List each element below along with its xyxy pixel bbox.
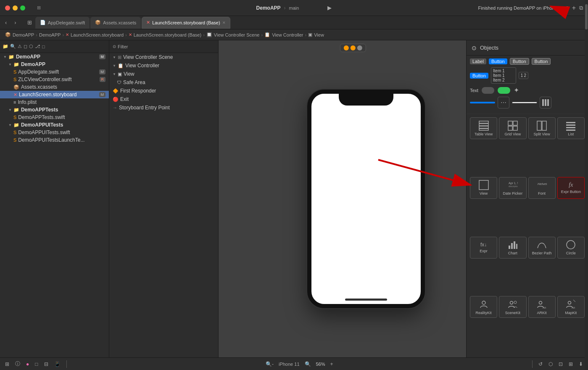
toolbar-frame-btn[interactable]: □: [33, 360, 40, 368]
close-button[interactable]: [5, 5, 10, 11]
zoom-level: 56%: [316, 362, 325, 367]
nav-forward-button[interactable]: ›: [11, 18, 19, 27]
obj-item-ar2[interactable]: AR MapKit: [557, 296, 585, 318]
zoom-plus-btn[interactable]: +: [329, 360, 335, 368]
nav-back-button[interactable]: ‹: [2, 18, 10, 27]
obj-item-user[interactable]: RealityKit: [470, 296, 497, 318]
scene-view[interactable]: ▼ ▣ View: [109, 70, 218, 78]
sidebar-item-appdelegate[interactable]: S AppDelegate.swift M: [0, 68, 109, 76]
navigator-toggle[interactable]: ⊞: [25, 19, 34, 26]
obj-item-bezier[interactable]: Bezier Path: [528, 237, 556, 259]
obj-item-chart[interactable]: Chart: [499, 237, 526, 259]
app-name-label: DemoAPP: [256, 5, 281, 11]
maximize-button[interactable]: [20, 5, 25, 11]
scene-vc[interactable]: ▼ 📋 View Controller: [109, 61, 218, 70]
toolbar-pink-btn[interactable]: ●: [24, 360, 31, 368]
sidebar-search-icon[interactable]: 🔍: [10, 44, 16, 49]
toolbar-rect-btn[interactable]: ⊡: [557, 360, 564, 368]
sidebar-item-demoapp[interactable]: ▼ 📁 DemoAPP: [0, 61, 109, 68]
expand-icon: ▼: [113, 64, 116, 68]
bc-demoapp2[interactable]: DemoAPP: [39, 32, 61, 37]
obj-item-split[interactable]: Split View: [528, 117, 556, 139]
toolbar-download-btn[interactable]: ⬇: [577, 360, 585, 368]
sidebar-git-icon[interactable]: ⎇: [35, 44, 40, 49]
obj-item-square[interactable]: View: [470, 177, 497, 199]
sidebar-item-tests-swift[interactable]: S DemoAPPTests.swift: [0, 114, 109, 121]
svg-rect-10: [508, 121, 512, 125]
sidebar-env-icon[interactable]: □: [42, 44, 45, 49]
scene-vc-scene[interactable]: ▼ ⊞ View Controller Scene: [109, 53, 218, 61]
bc-demoapp1[interactable]: DemoAPP: [13, 32, 34, 37]
sidebar-item-uitests-swift[interactable]: S DemoAPPUITests.swift: [0, 129, 109, 136]
sidebar-item-uitests-launch[interactable]: S DemoAPPUITestsLaunchTe...: [0, 136, 109, 144]
sidebar-debug-icon[interactable]: ⬡: [29, 44, 33, 49]
tab-launchscreen[interactable]: ✕ LaunchScreen.storyboard (Base) ✕: [142, 17, 230, 29]
toolbar-debug-btn[interactable]: ⬡: [547, 360, 554, 368]
bc-vc-scene[interactable]: View Controller Scene: [214, 32, 260, 37]
obj-item-fx2[interactable]: fx↓ Expr: [470, 237, 497, 259]
sidebar-nav-icon[interactable]: 📁: [3, 44, 8, 49]
tab-close-button[interactable]: ✕: [222, 21, 226, 25]
scene-entry-icon: →: [113, 105, 117, 110]
obj-item-ar1[interactable]: AR ARKit: [528, 296, 556, 318]
obj-item-table1[interactable]: Table View: [470, 117, 497, 139]
split-editor-button[interactable]: ⧉: [579, 5, 583, 11]
sidebar-test-icon[interactable]: ◻: [24, 44, 27, 49]
sidebar-warning-icon[interactable]: ⚠: [18, 44, 22, 49]
run-button[interactable]: ▶: [327, 5, 332, 11]
sidebar-item-uitests[interactable]: ▼ 📁 DemoAPPUITests: [0, 121, 109, 129]
toolbar-constraints-btn[interactable]: ⊞: [567, 360, 575, 368]
obj-label-split: Split View: [533, 132, 550, 136]
bc-vc[interactable]: View Controller: [272, 32, 303, 37]
sidebar-item-demoapp-tests[interactable]: ▼ 📁 DemoAPPTests: [0, 106, 109, 114]
objects-grid: Table View Grid View Split View List Vie…: [467, 114, 588, 357]
toolbar-toggle-btn[interactable]: ⊞: [3, 360, 11, 368]
badge-r: R: [100, 77, 106, 82]
svg-point-32: [539, 301, 542, 304]
sidebar-item-demoapp-root[interactable]: ▼ 📁 DemoAPP M: [0, 53, 109, 61]
scene-safe-area[interactable]: 🛡 Safe Area: [109, 78, 218, 87]
svg-point-29: [482, 301, 485, 304]
swift-file-icon: S: [13, 77, 16, 82]
sidebar-item-zlcvc[interactable]: S ZLCViewController.swift R: [0, 76, 109, 83]
zoom-in-btn[interactable]: 🔍: [303, 360, 313, 368]
obj-label-table1: Table View: [475, 132, 493, 136]
obj-item-list[interactable]: List: [557, 117, 585, 139]
window-expand-icon[interactable]: ⊞: [37, 5, 41, 11]
toolbar-refresh-btn[interactable]: ↺: [537, 360, 544, 368]
sidebar-item-assets[interactable]: 📦 Assets.xcassets: [0, 83, 109, 91]
tab-assets[interactable]: 📦 Assets.xcassets: [90, 17, 141, 29]
obj-item-users[interactable]: SceneKit: [499, 296, 526, 318]
sidebar-label-appdelegate: AppDelegate.swift: [18, 69, 59, 75]
circle-icon: [566, 240, 576, 250]
obj-label-list: List: [568, 132, 574, 136]
add-button[interactable]: +: [572, 4, 576, 12]
scene-exit[interactable]: 🔴 Exit: [109, 95, 218, 103]
svg-point-34: [568, 301, 571, 304]
obj-item-circle[interactable]: Circle: [557, 237, 585, 259]
toolbar-info-btn[interactable]: ⓘ: [13, 359, 22, 368]
sidebar-item-infoplist[interactable]: ≡ Info.plist: [0, 98, 109, 106]
scene-exit-icon: 🔴: [113, 97, 119, 102]
bc-launchscreen1[interactable]: LaunchScreen.storyboard: [71, 32, 124, 37]
bc-view[interactable]: View: [314, 32, 324, 37]
obj-item-fx[interactable]: fx Expr Button: [557, 177, 585, 199]
toolbar-device-btn[interactable]: 📱: [53, 360, 62, 368]
bc-launchscreen2[interactable]: LaunchScreen.storyboard (Base): [134, 32, 201, 37]
sidebar-item-launchscreen[interactable]: ✕ LaunchScreen.storyboard M: [0, 91, 109, 98]
scene-first-responder[interactable]: 🔶 First Responder: [109, 87, 218, 95]
minimize-button[interactable]: [13, 5, 18, 11]
obj-button-outline: Button: [510, 58, 529, 65]
zoom-out-btn[interactable]: 🔍-: [264, 360, 275, 368]
obj-item-textblock2[interactable]: Helvetica Font: [528, 177, 556, 199]
svg-rect-9: [479, 129, 488, 130]
svg-point-31: [514, 301, 517, 304]
scene-storyboard-entry[interactable]: → Storyboard Entry Point: [109, 103, 218, 112]
obj-label-bezier: Bezier Path: [532, 251, 552, 255]
tab-appdelegate[interactable]: 📄 AppDelegate.swift: [35, 17, 90, 29]
ar2-icon: AR: [566, 299, 576, 309]
obj-item-textblock[interactable]: Apr 1, 9amdescription Date Picker: [499, 177, 526, 199]
scrollbar[interactable]: [585, 0, 588, 370]
obj-item-table2[interactable]: Grid View: [499, 117, 526, 139]
toolbar-split-btn[interactable]: ⊟: [42, 360, 50, 368]
